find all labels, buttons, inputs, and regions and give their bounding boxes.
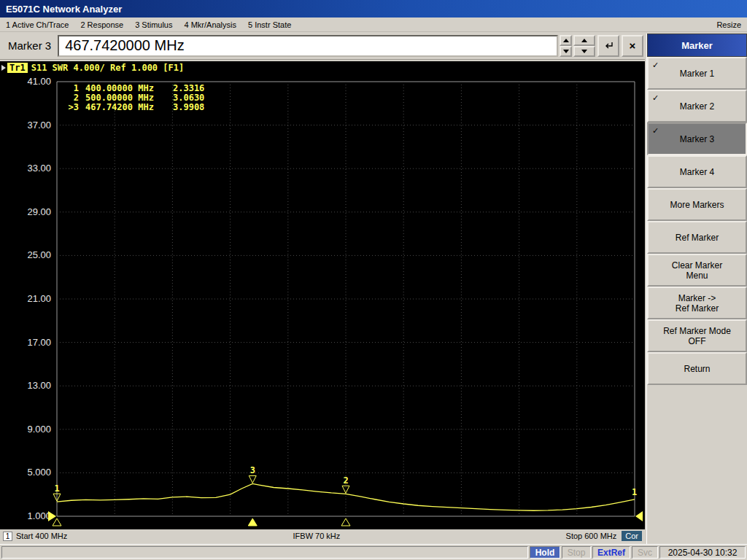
menu-stimulus[interactable]: 3 Stimulus [135, 20, 172, 29]
spin-up-button[interactable] [560, 35, 572, 46]
trace-header: Tr1 S11 SWR 4.000/ Ref 1.000 [F1] [1, 62, 184, 73]
menu-response[interactable]: 2 Response [80, 20, 123, 29]
menu-active-ch-trace[interactable]: 1 Active Ch/Trace [6, 20, 69, 29]
svg-text:2: 2 [343, 475, 348, 486]
softkey-menu-title: Marker [647, 34, 747, 57]
softkey-marker-2[interactable]: Marker 2 [647, 90, 747, 122]
svg-text:17.00: 17.00 [27, 337, 51, 348]
softkey-panel: Marker Marker 1 Marker 2 Marker 3 Marker… [646, 34, 747, 544]
window-title: E5071C Network Analyzer [6, 4, 122, 15]
service-indicator: Svc [632, 546, 658, 559]
down-arrow-icon [563, 50, 569, 53]
active-trace-arrow-icon [1, 65, 6, 71]
svg-text:9.000: 9.000 [27, 424, 51, 435]
menu-bar: 1 Active Ch/Trace 2 Response 3 Stimulus … [0, 18, 747, 32]
svg-text:5.000: 5.000 [27, 467, 51, 478]
marker-stimulus-input[interactable] [59, 36, 557, 55]
down-arrow-icon [581, 50, 587, 53]
svg-text:3: 3 [250, 465, 255, 475]
up-arrow-icon [581, 39, 587, 42]
entry-field-label: Marker 3 [1, 39, 58, 52]
step-down-button[interactable] [573, 46, 595, 57]
softkey-more-markers[interactable]: More Markers [647, 188, 747, 221]
swr-chart[interactable]: 41.0037.0033.0029.0025.0021.0017.0013.00… [0, 61, 645, 529]
softkey-clear-marker-menu[interactable]: Clear Marker Menu [647, 254, 747, 287]
statusbar-message-area [1, 546, 528, 559]
softkey-marker-to-ref-marker[interactable]: Marker -> Ref Marker [647, 287, 747, 319]
status-bar: Hold Stop ExtRef Svc 2025-04-30 10:32 [0, 544, 747, 560]
svg-text:13.00: 13.00 [27, 380, 51, 391]
svg-text:21.00: 21.00 [27, 293, 51, 304]
stop-indicator: Stop [562, 546, 591, 559]
fine-spinner [560, 35, 572, 57]
marker-readout-table: 1 400.00000 MHz 2.3316 2 500.00000 MHz 3… [63, 84, 224, 112]
svg-text:41.00: 41.00 [27, 76, 51, 87]
trace-number-chip: Tr1 [7, 63, 28, 73]
coarse-spinner [573, 35, 595, 57]
correction-status-badge: Cor [622, 531, 642, 541]
channel-footer: 1 Start 400 MHz IFBW 70 kHz Stop 600 MHz… [0, 529, 645, 542]
svg-text:1.000: 1.000 [27, 510, 51, 521]
menu-instr-state[interactable]: 5 Instr State [248, 20, 291, 29]
trace-format-label: S11 SWR 4.000/ Ref 1.000 [F1] [31, 63, 185, 73]
instrument-screen: Tr1 S11 SWR 4.000/ Ref 1.000 [F1] 41.003… [0, 61, 645, 542]
external-reference-indicator: ExtRef [592, 546, 630, 559]
marker-on-indicator-icon [652, 93, 659, 103]
step-up-button[interactable] [573, 35, 595, 46]
spin-down-button[interactable] [560, 46, 572, 57]
marker-on-indicator-icon [652, 61, 659, 70]
softkey-marker-3[interactable]: Marker 3 [647, 122, 747, 155]
datetime-display: 2025-04-30 10:32 [659, 546, 746, 559]
softkey-ref-marker-mode[interactable]: Ref Marker Mode OFF [647, 319, 747, 352]
softkey-marker-1[interactable]: Marker 1 [647, 57, 747, 90]
marker-row: >3 467.74200 MHz 3.9908 [63, 103, 224, 112]
sweep-status-indicator: Hold [530, 546, 560, 559]
channel-number-badge: 1 [3, 532, 12, 541]
stop-frequency-label: Stop 600 MHz [566, 532, 617, 540]
resize-menu-item[interactable]: Resize [716, 20, 741, 29]
window-titlebar: E5071C Network Analyzer [0, 0, 747, 18]
svg-text:29.00: 29.00 [27, 206, 51, 217]
close-icon: × [630, 40, 636, 51]
entry-enter-button[interactable] [597, 35, 619, 57]
enter-icon [603, 41, 614, 51]
ifbw-label: IFBW 70 kHz [67, 532, 565, 540]
softkey-ref-marker[interactable]: Ref Marker [647, 221, 747, 254]
svg-text:25.00: 25.00 [27, 249, 51, 260]
softkey-marker-4[interactable]: Marker 4 [647, 155, 747, 188]
svg-text:37.00: 37.00 [27, 120, 51, 131]
softkey-return[interactable]: Return [647, 352, 747, 385]
svg-text:1: 1 [54, 483, 59, 494]
menu-mkr-analysis[interactable]: 4 Mkr/Analysis [184, 20, 236, 29]
svg-text:1: 1 [632, 487, 637, 497]
entry-close-button[interactable]: × [622, 35, 643, 57]
entry-field [58, 35, 558, 57]
start-frequency-label: Start 400 MHz [16, 532, 67, 540]
marker-on-indicator-icon [652, 126, 659, 136]
svg-text:33.00: 33.00 [27, 163, 51, 174]
up-arrow-icon [563, 39, 569, 42]
entry-toolbar: Marker 3 × [0, 32, 645, 60]
